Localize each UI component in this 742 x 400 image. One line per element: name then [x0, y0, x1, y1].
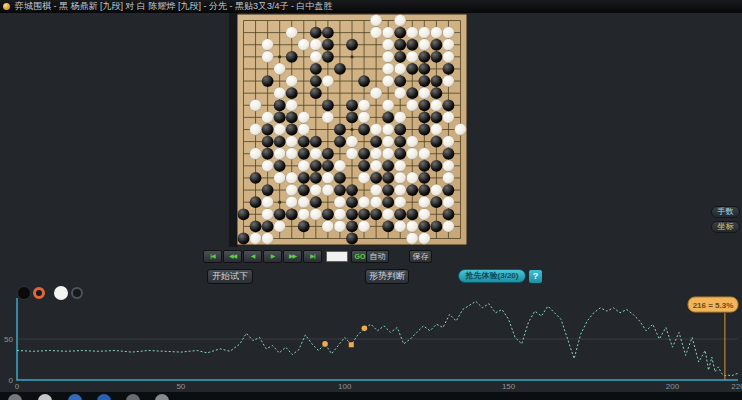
taskbar-icon[interactable]: [68, 394, 82, 400]
taskbar[interactable]: [0, 392, 742, 400]
toggle-move-numbers-button[interactable]: 手数: [711, 206, 740, 218]
ai-analysis-label: 抢先体验(3/20): [466, 271, 519, 280]
taskbar-icon[interactable]: [155, 394, 169, 400]
svg-text:220: 220: [731, 382, 742, 391]
first-move-button[interactable]: |◀: [203, 250, 222, 263]
svg-text:150: 150: [502, 382, 516, 391]
go-label: GO: [355, 253, 366, 260]
svg-text:216 = 5.3%: 216 = 5.3%: [693, 301, 734, 310]
fast-back-button[interactable]: ◀◀: [223, 250, 242, 263]
forward-button[interactable]: ▶: [263, 250, 282, 263]
auto-label: 自动: [370, 252, 386, 261]
taskbar-icon[interactable]: [38, 394, 52, 400]
move-number-input[interactable]: [326, 251, 348, 262]
window-title: 弈城围棋 - 黑 杨鼎新 [九段] 对 白 陈耀烨 [九段] - 分先 - 黑贴…: [15, 1, 333, 11]
skip-last-icon: ▶|: [310, 253, 314, 259]
back-icon: ◀: [251, 253, 255, 259]
svg-text:50: 50: [176, 382, 185, 391]
ai-analysis-button[interactable]: 抢先体验(3/20): [458, 269, 526, 283]
help-button[interactable]: ?: [529, 270, 542, 283]
svg-text:0: 0: [15, 382, 20, 391]
app-icon: [3, 3, 10, 10]
winrate-chart[interactable]: 050050100150200220216 = 5.3%: [0, 284, 742, 392]
skip-first-icon: |◀: [210, 253, 214, 259]
svg-text:200: 200: [666, 382, 680, 391]
fast-back-icon: ◀◀: [229, 253, 236, 259]
playback-controls: |◀ ◀◀ ◀ ▶ ▶▶ ▶| GO: [203, 249, 369, 263]
fast-forward-icon: ▶▶: [289, 253, 296, 259]
back-button[interactable]: ◀: [243, 250, 262, 263]
taskbar-icon[interactable]: [97, 394, 111, 400]
coordinates-label: 坐标: [718, 222, 734, 231]
start-trial-button[interactable]: 开始试下: [207, 269, 253, 284]
last-move-button[interactable]: ▶|: [303, 250, 322, 263]
go-board[interactable]: [237, 14, 467, 245]
fast-forward-button[interactable]: ▶▶: [283, 250, 302, 263]
svg-text:100: 100: [338, 382, 352, 391]
forward-icon: ▶: [271, 253, 275, 259]
taskbar-icon[interactable]: [126, 394, 140, 400]
question-mark-icon: ?: [533, 271, 539, 281]
auto-play-button[interactable]: 自动: [366, 250, 389, 263]
start-trial-label: 开始试下: [212, 271, 248, 281]
go-board-canvas[interactable]: [237, 14, 467, 245]
svg-text:0: 0: [9, 376, 14, 385]
toggle-coordinates-button[interactable]: 坐标: [711, 221, 740, 233]
position-judge-button[interactable]: 形势判断: [365, 269, 409, 284]
position-judge-label: 形势判断: [369, 271, 405, 281]
move-numbers-label: 手数: [718, 207, 734, 216]
title-bar: 弈城围棋 - 黑 杨鼎新 [九段] 对 白 陈耀烨 [九段] - 分先 - 黑贴…: [0, 0, 742, 13]
save-label: 保存: [413, 252, 429, 261]
svg-text:50: 50: [4, 335, 13, 344]
save-button[interactable]: 保存: [409, 250, 432, 263]
taskbar-icon[interactable]: [8, 394, 22, 400]
